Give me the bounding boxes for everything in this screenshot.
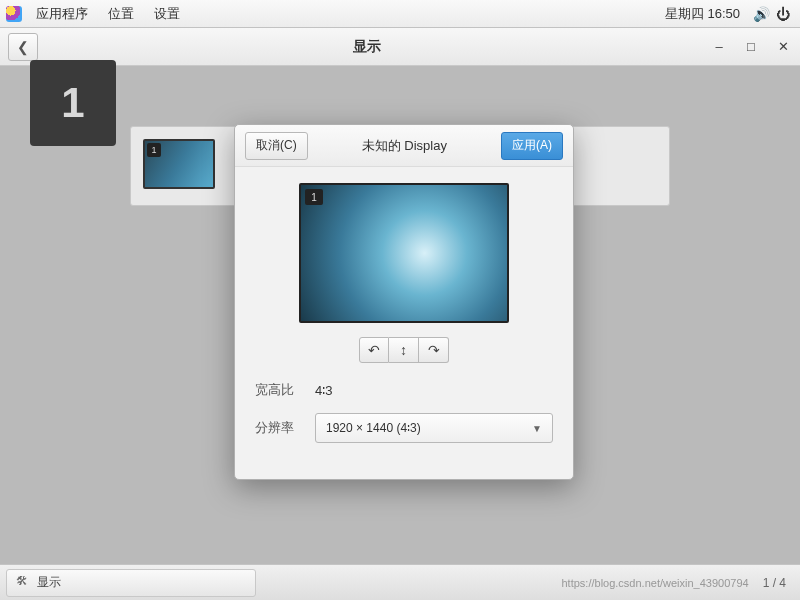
dialog-body: 1 ↶ ↕ ↷ 宽高比 4∶3 分辨率 1920 × 1440 (4∶3) ▼ — [235, 167, 573, 479]
workspace-pager[interactable]: 1 / 4 — [755, 576, 794, 590]
cancel-button[interactable]: 取消(C) — [245, 132, 308, 160]
window-titlebar: ❮ 显示 – □ ✕ — [0, 28, 800, 66]
aspect-ratio-label: 宽高比 — [255, 381, 315, 399]
display-preview: 1 — [299, 183, 509, 323]
menu-applications[interactable]: 应用程序 — [26, 5, 98, 23]
display-thumbnail[interactable]: 1 — [143, 139, 215, 189]
taskbar-app-label: 显示 — [37, 574, 61, 591]
display-config-dialog: 取消(C) 未知的 Display 应用(A) 1 ↶ ↕ ↷ 宽高比 4∶3 … — [234, 124, 574, 480]
rotate-left-button[interactable]: ↶ — [359, 337, 389, 363]
minimize-button[interactable]: – — [710, 38, 728, 56]
bottom-taskbar: 显示 https://blog.csdn.net/weixin_43900794… — [0, 564, 800, 600]
close-button[interactable]: ✕ — [774, 38, 792, 56]
settings-icon — [17, 576, 31, 590]
window-title: 显示 — [38, 38, 696, 56]
menu-places[interactable]: 位置 — [98, 5, 144, 23]
maximize-button[interactable]: □ — [742, 38, 760, 56]
chevron-down-icon: ▼ — [532, 423, 542, 434]
display-number-badge: 1 — [147, 143, 161, 157]
resolution-label: 分辨率 — [255, 419, 315, 437]
rotate-vertical-button[interactable]: ↕ — [389, 337, 419, 363]
resolution-value: 1920 × 1440 (4∶3) — [326, 421, 421, 435]
clock[interactable]: 星期四 16:50 — [655, 5, 750, 23]
rotation-buttons: ↶ ↕ ↷ — [255, 337, 553, 363]
taskbar-app-displays[interactable]: 显示 — [6, 569, 256, 597]
aspect-ratio-value: 4∶3 — [315, 383, 332, 398]
dialog-title: 未知的 Display — [308, 137, 501, 155]
power-icon[interactable]: ⏻ — [772, 6, 794, 22]
distro-icon — [6, 6, 22, 22]
volume-icon[interactable]: 🔊 — [750, 6, 772, 22]
resolution-row: 分辨率 1920 × 1440 (4∶3) ▼ — [255, 413, 553, 443]
watermark-text: https://blog.csdn.net/weixin_43900794 — [562, 577, 755, 589]
preview-number-badge: 1 — [305, 189, 323, 205]
rotate-right-button[interactable]: ↷ — [419, 337, 449, 363]
resolution-combobox[interactable]: 1920 × 1440 (4∶3) ▼ — [315, 413, 553, 443]
menu-settings[interactable]: 设置 — [144, 5, 190, 23]
monitor-overlay-number: 1 — [30, 60, 116, 146]
aspect-ratio-row: 宽高比 4∶3 — [255, 381, 553, 399]
apply-button[interactable]: 应用(A) — [501, 132, 563, 160]
dialog-header: 取消(C) 未知的 Display 应用(A) — [235, 125, 573, 167]
back-button[interactable]: ❮ — [8, 33, 38, 61]
top-menubar: 应用程序 位置 设置 星期四 16:50 🔊 ⏻ — [0, 0, 800, 28]
